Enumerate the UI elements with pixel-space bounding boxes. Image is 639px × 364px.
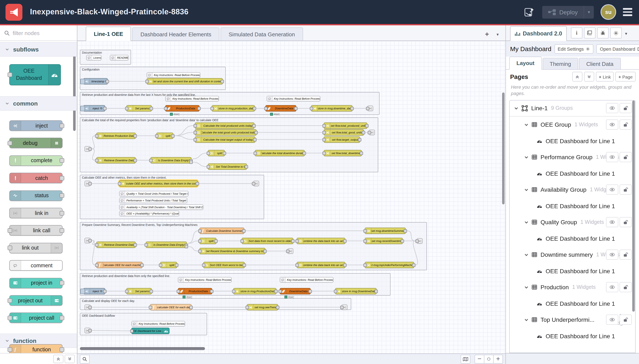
lock-button[interactable] <box>619 250 632 260</box>
flow-node-change[interactable]: store in msg.production_data <box>212 105 255 112</box>
node-red-logo-icon[interactable] <box>6 4 23 20</box>
tree-row-widget[interactable]: OEE Dashboard for Line 1 <box>510 328 635 344</box>
flow-node-change[interactable]: store in msg.ProductionData <box>233 288 276 294</box>
flow-node-influx[interactable]: ProductionDataRWC <box>165 105 199 112</box>
palette-scroll-area[interactable]: subflowsOEEDashboardcommoninjectdebugcom… <box>0 41 77 353</box>
comment-node[interactable]: Key Instructions: Read Before Proceeding <box>280 277 334 282</box>
minimap-button[interactable] <box>461 354 470 363</box>
flow-node-change[interactable]: set msg.topUnderPerformingMachines <box>365 262 414 268</box>
comment-node[interactable]: OEE = (Availability) * (Performance) * (… <box>119 211 179 216</box>
flow-canvas[interactable]: DocumentationConfigurationRetrieve produ… <box>77 41 505 354</box>
zoom-out-button[interactable]: − <box>475 354 484 363</box>
inject-button[interactable] <box>80 78 85 84</box>
flow-node-influx[interactable]: DowntimeDataRWC <box>265 105 296 112</box>
flow-node-linkin[interactable] <box>85 181 90 186</box>
flow-node-change[interactable]: Set Recent Downtime & Downtime summery t… <box>199 248 265 254</box>
flow-node-sort[interactable]: Sort data from most recent to oldest <box>242 238 293 244</box>
sidebar-tab-client-data[interactable]: Client Data <box>579 58 621 69</box>
flow-node-linkin[interactable] <box>85 328 90 333</box>
palette-scrollbar[interactable] <box>73 48 76 131</box>
flow-node-change[interactable]: set msg.oeeTrend <box>247 304 278 310</box>
flow-node-func[interactable]: fCalculate Downtime Summery <box>199 228 244 234</box>
flow-node-change[interactable]: Retrieve Production Data <box>96 132 136 139</box>
flow-node-change[interactable]: store in msg.downtime_data <box>311 105 353 112</box>
user-avatar[interactable]: su <box>600 4 616 20</box>
tree-row-widget[interactable]: OEE Dashboard for Line 1 <box>510 263 635 279</box>
node-port[interactable] <box>8 347 12 352</box>
tree-row-group[interactable]: Quality Group1 Widgets <box>510 214 635 230</box>
flow-node-change[interactable]: set flow.target_output <box>324 136 360 143</box>
flow-node-join[interactable]: Calculate the total good units produced … <box>195 129 256 136</box>
node-port[interactable] <box>60 316 64 320</box>
flow-node-linkin[interactable] <box>85 238 90 243</box>
add-flow-button[interactable]: + <box>485 30 489 38</box>
comment-node[interactable]: Quality = Total Good Units Produced / To… <box>119 191 188 196</box>
node-port[interactable] <box>60 176 64 180</box>
flow-node-linkin[interactable] <box>85 304 90 310</box>
palette-node-inject[interactable]: inject <box>9 120 63 131</box>
palette-node-catch[interactable]: catch <box>9 173 63 183</box>
tree-row-group[interactable]: Downtime summery1 Widgets <box>510 246 635 263</box>
flow-node-subflow[interactable]: OEE Dashboard for Line 1 <box>131 328 169 334</box>
node-port[interactable] <box>60 158 64 163</box>
tree-row-page[interactable]: Line-19 Groups <box>510 100 635 116</box>
flow-node-join[interactable]: Calculate the total target output of tod… <box>195 136 255 143</box>
comment-node[interactable]: README <box>110 55 129 60</box>
palette-node-link-out[interactable]: link out <box>9 243 63 253</box>
flow-tab-3[interactable]: Simulated Data Generation <box>221 28 303 40</box>
comment-node[interactable]: Key Instructions: Read Before Proceeding <box>147 72 200 78</box>
node-port[interactable] <box>60 211 64 215</box>
lock-button[interactable] <box>619 120 632 130</box>
tree-row-widget[interactable]: OEE Dashboard for Line 1 <box>510 198 635 214</box>
palette-node-link-in[interactable]: link in <box>9 208 63 218</box>
flow-node-join[interactable]: Calculate the total downtime duration <box>255 150 305 156</box>
edit-settings-button[interactable]: Edit Settings <box>554 44 593 54</box>
flow-node-influx[interactable]: ProductionDataRWC <box>178 288 212 294</box>
palette-node-comment[interactable]: comment <box>9 260 63 271</box>
palette-node-debug[interactable]: debug <box>9 138 63 148</box>
node-port[interactable] <box>60 280 64 285</box>
flow-node-func[interactable]: fCalculate OEE for each machine <box>96 262 142 268</box>
flow-node-join[interactable]: Combine the data back into an array. <box>297 262 345 268</box>
inject-button[interactable] <box>80 106 85 111</box>
comment-node[interactable]: Key Instructions: Read Before Proceeding <box>131 321 185 326</box>
flow-node-linkout[interactable] <box>287 248 293 254</box>
flow-node-influx[interactable]: DowntimeDataRWC <box>280 288 311 294</box>
sidebar-tab-theming[interactable]: Theming <box>542 58 578 69</box>
flow-node-linkin[interactable] <box>85 146 90 152</box>
flow-node-change[interactable]: set flow.total_produced_units <box>324 122 367 129</box>
flow-node-change[interactable]: Calculate OEE and other metrics, then st… <box>119 180 198 187</box>
lock-button[interactable] <box>619 282 632 292</box>
flow-node-change[interactable]: Retrieve Downtime Data <box>96 157 136 164</box>
flow-node-linkout[interactable] <box>342 304 347 310</box>
palette-collapse-all-button[interactable] <box>53 354 63 363</box>
node-port[interactable] <box>8 316 12 320</box>
tab-dashboard-2[interactable]: Dashboard 2.0 <box>510 26 567 41</box>
canvas-vscrollbar[interactable] <box>502 92 505 204</box>
palette-node-status[interactable]: status <box>9 190 63 201</box>
main-menu-icon[interactable] <box>623 8 632 16</box>
palette-section-common[interactable]: common <box>0 96 77 111</box>
sidebar-tab-layout[interactable]: Layout <box>509 56 542 70</box>
lock-button[interactable] <box>619 217 632 228</box>
comment-node[interactable]: Key Instructions: Read Before Proceeding <box>178 277 232 282</box>
flow-node-split[interactable]: split <box>160 262 177 268</box>
palette-node-complete[interactable]: complete <box>9 156 63 166</box>
zoom-in-button[interactable]: + <box>494 354 503 363</box>
flow-node-split[interactable]: split <box>199 238 216 244</box>
flow-node-switch[interactable]: Is Downtime Data Empty? <box>150 157 191 164</box>
tree-row-widget[interactable]: OEE Dashboard for Line 1 <box>510 230 635 246</box>
flow-tab-2[interactable]: Dashboard Header Elements <box>133 28 219 40</box>
palette-search[interactable]: filter nodes <box>0 25 77 41</box>
flow-node-change[interactable]: Set params <box>126 288 152 294</box>
debug-bug-button[interactable] <box>597 28 608 38</box>
node-port[interactable] <box>60 193 64 198</box>
palette-node-OEE-Dashboard[interactable]: OEEDashboard <box>9 64 61 85</box>
flow-node-change[interactable]: set flow.total_good_units <box>324 129 364 136</box>
visibility-eye-button[interactable] <box>606 103 618 114</box>
flow-tab-1[interactable]: Line-1 OEE <box>86 26 131 41</box>
visibility-eye-button[interactable] <box>606 217 618 228</box>
canvas-search-button[interactable] <box>80 354 90 363</box>
tree-row-group[interactable]: Top Underperformi...1 Widgets <box>510 312 635 328</box>
flow-node-linkout[interactable] <box>253 181 259 186</box>
